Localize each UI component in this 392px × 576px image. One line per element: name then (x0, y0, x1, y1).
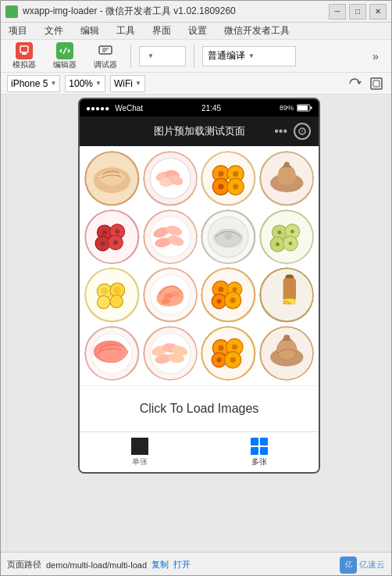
debugger-label: 调试器 (94, 59, 117, 70)
menu-item-project[interactable]: 项目 (4, 23, 32, 39)
svg-point-59 (277, 231, 281, 234)
multi-tab-icon (251, 438, 268, 455)
svg-rect-10 (298, 106, 308, 110)
food-item-7 (201, 209, 256, 265)
logo-text: 亿速云 (359, 559, 385, 571)
svg-point-40 (102, 230, 107, 234)
status-path: demo/multi-load/multi-load (46, 560, 147, 570)
phone-nav-dots[interactable]: ••• (274, 124, 287, 138)
svg-point-69 (114, 287, 121, 294)
food-item-9 (84, 267, 140, 323)
svg-point-42 (101, 241, 105, 245)
simulator-icon (16, 42, 33, 59)
svg-rect-87 (286, 274, 293, 278)
svg-rect-11 (310, 107, 312, 109)
editor-label: 编辑器 (53, 59, 77, 70)
minimize-button[interactable]: ─ (329, 4, 346, 20)
encoding-dropdown[interactable]: 普通编译 ▼ (202, 46, 296, 66)
editor-button[interactable]: 编辑器 (48, 42, 82, 70)
single-tab-icon (131, 438, 148, 455)
phone-container: ●●●●● WeChat 21:45 89% 图片预加载测试页面 ••• (7, 95, 391, 552)
svg-point-105 (218, 345, 223, 350)
food-item-12: 175+ (259, 267, 315, 323)
rotate-button[interactable] (346, 75, 363, 92)
svg-point-30 (218, 184, 223, 189)
simulator-label: 模拟器 (12, 59, 36, 70)
svg-point-66 (97, 295, 109, 308)
image-grid: 175+ (80, 146, 319, 385)
phone-content: 175+ (80, 146, 319, 472)
food-item-15 (201, 326, 256, 381)
device-chevron: ▼ (50, 80, 56, 87)
food-item-11 (201, 267, 256, 323)
title-bar: wxapp-img-loader - 微信开发者工具 v1.02.1809260… (1, 1, 391, 23)
food-item-13 (84, 326, 140, 381)
svg-point-81 (233, 287, 237, 292)
more-button[interactable]: » (366, 47, 385, 66)
menu-item-settings[interactable]: 设置 (184, 23, 212, 39)
tab-multi[interactable]: 多张 (199, 432, 319, 472)
svg-point-67 (110, 295, 123, 307)
network-chevron: ▼ (135, 80, 141, 87)
svg-line-2 (63, 48, 66, 54)
load-button-area: Click To Load Images (80, 385, 319, 431)
svg-point-53 (225, 232, 232, 239)
simulator-button[interactable]: 模拟器 (7, 42, 41, 70)
close-button[interactable]: ✕ (369, 4, 387, 20)
fit-button[interactable] (368, 75, 385, 92)
food-item-8 (259, 209, 315, 265)
carrier-name: WeChat (115, 104, 143, 113)
tab-bar: 单张 多张 (80, 431, 319, 472)
food-item-5 (84, 209, 140, 265)
svg-point-68 (101, 288, 108, 295)
device-select[interactable]: iPhone 5 ▼ (7, 75, 60, 92)
encoding-label: 普通编译 (208, 49, 245, 63)
open-link[interactable]: 打开 (173, 559, 191, 571)
menu-item-wechat[interactable]: 微信开发者工具 (219, 23, 294, 39)
svg-point-43 (113, 240, 118, 245)
menu-item-edit[interactable]: 编辑 (76, 23, 104, 39)
svg-rect-0 (20, 46, 28, 52)
menu-item-tools[interactable]: 工具 (112, 23, 140, 39)
title-bar-left: wxapp-img-loader - 微信开发者工具 v1.02.1809260 (5, 5, 236, 18)
svg-point-60 (290, 229, 294, 233)
svg-point-83 (230, 298, 236, 303)
signal-dots: ●●●●● (86, 104, 109, 113)
status-bar: 页面路径 demo/multi-load/multi-load 复制 打开 亿 … (1, 552, 391, 576)
load-images-button[interactable]: Click To Load Images (89, 395, 309, 422)
main-area: ●●●●● WeChat 21:45 89% 图片预加载测试页面 ••• (1, 95, 391, 552)
svg-point-29 (233, 171, 238, 177)
battery-percent: 89% (280, 104, 294, 112)
phone-nav-circle[interactable] (294, 123, 311, 140)
debugger-button[interactable]: 调试器 (88, 42, 123, 70)
svg-point-108 (230, 356, 236, 362)
debugger-icon (97, 42, 114, 59)
app-icon (5, 5, 18, 18)
toolbar-separator-1 (130, 45, 131, 68)
zoom-select[interactable]: 100% ▼ (65, 75, 105, 92)
tab-single[interactable]: 单张 (80, 432, 199, 472)
status-prefix: 页面路径 (7, 559, 41, 571)
svg-point-107 (217, 357, 222, 362)
empty-dropdown[interactable]: ▼ (139, 46, 186, 66)
copy-link[interactable]: 复制 (151, 559, 169, 571)
maximize-button[interactable]: □ (349, 4, 366, 20)
toolbar: 模拟器 编辑器 调试器 ▼ 普通编译 ▼ » (1, 40, 391, 73)
food-item-3 (201, 151, 256, 206)
food-item-6 (143, 209, 198, 265)
svg-point-28 (218, 171, 223, 177)
network-select[interactable]: WiFi ▼ (110, 75, 145, 92)
svg-point-106 (232, 344, 237, 349)
status-logo: 亿 亿速云 (340, 556, 385, 574)
svg-point-80 (218, 287, 223, 292)
svg-point-61 (276, 242, 280, 246)
svg-rect-7 (371, 78, 382, 89)
phone-nav-bar: 图片预加载测试页面 ••• (80, 116, 319, 146)
svg-point-14 (301, 132, 302, 133)
dropdown-chevron-1: ▼ (148, 52, 154, 59)
menu-bar: 项目 文件 编辑 工具 界面 设置 微信开发者工具 (1, 23, 391, 40)
multi-icon-tr (260, 438, 268, 445)
phone-status-right: 89% (280, 104, 312, 112)
menu-item-ui[interactable]: 界面 (148, 23, 176, 39)
menu-item-file[interactable]: 文件 (40, 23, 68, 39)
